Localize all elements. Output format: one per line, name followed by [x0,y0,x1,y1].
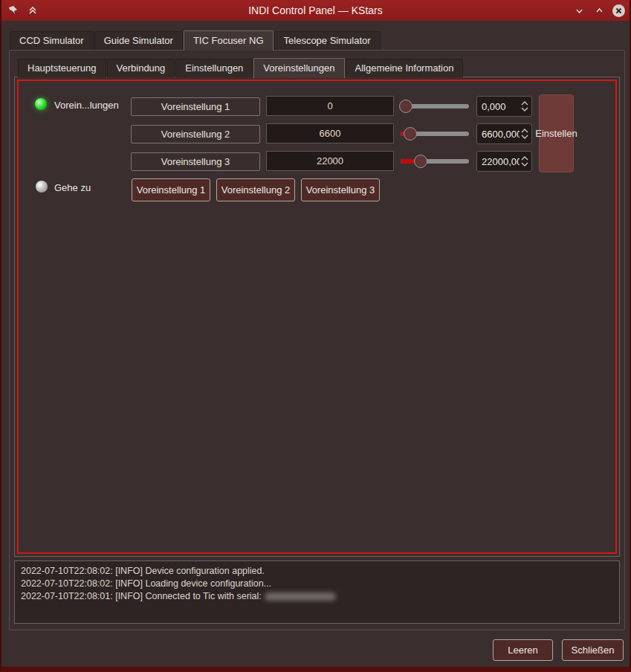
tab-guide-simulator[interactable]: Guide Simulator [94,31,183,50]
spin-down-icon [521,107,528,112]
preset3-spin-arrows[interactable] [520,156,531,167]
spin-up-icon [521,101,528,106]
spin-down-icon [521,162,528,167]
preset3-spin-value[interactable]: 22000,00 [477,156,520,167]
preset3-spinbox[interactable]: 22000,00 [476,151,532,172]
goto-state-led [36,181,48,193]
goto-preset3-button[interactable]: Voreinstellung 3 [301,178,380,201]
preset1-current-value: 0 [266,96,394,116]
preset3-name-field[interactable]: Voreinstellung 3 [131,152,260,171]
goto-preset2-button[interactable]: Voreinstellung 2 [216,178,295,201]
preset3-slider-handle[interactable] [414,155,427,168]
group-tab-bar: Hauptsteuerung Verbindung Einstellungen … [18,58,464,77]
preset1-spin-value[interactable]: 0,000 [477,101,520,112]
message-log[interactable]: 2022-07-10T22:08:02: [INFO] Device confi… [14,560,620,624]
log-line: 2022-07-10T22:08:02: [INFO] Device confi… [21,565,613,578]
goto-group-label: Gehe zu [54,182,91,193]
close-button[interactable]: Schließen [562,639,624,661]
log-line: 2022-07-10T22:08:02: [INFO] Loading devi… [21,578,613,590]
preset2-slider[interactable] [401,127,469,140]
presets-group-label: Vorein...lungen [54,100,119,111]
tab-einstellungen[interactable]: Einstellungen [175,59,253,77]
tab-verbindung[interactable]: Verbindung [107,59,175,77]
indi-control-panel-window: INDI Control Panel — KStars CCD Simulato… [0,0,631,672]
preset2-name-field[interactable]: Voreinstellung 2 [131,125,260,143]
device-tab-bar: CCD Simulator Guide Simulator TIC Focuse… [10,30,381,50]
close-icon[interactable] [612,4,625,17]
goto-preset1-button[interactable]: Voreinstellung 1 [132,178,210,201]
preset2-slider-handle[interactable] [404,127,417,140]
spin-down-icon [521,135,528,139]
tab-telescope-simulator[interactable]: Telescope Simulator [274,31,381,50]
presets-scroll-area: Vorein...lungen Voreinstellung 1 0 0,000… [14,77,620,557]
presets-state-led [35,98,47,110]
spin-up-icon [521,156,528,161]
presets-set-button[interactable]: Einstellen [539,94,574,172]
preset3-current-value: 22000 [266,151,394,171]
preset1-slider[interactable] [401,100,469,113]
preset1-name-field[interactable]: Voreinstellung 1 [131,97,260,116]
tab-tic-focuser-ng[interactable]: TIC Focuser NG [184,30,274,51]
tab-hauptsteuerung[interactable]: Hauptsteuerung [18,59,106,77]
window-title: INDI Control Panel — KStars [0,4,631,16]
preset2-spin-arrows[interactable] [520,129,531,139]
tab-voreinstellungen[interactable]: Voreinstellungen [253,58,344,78]
maximize-icon[interactable] [592,4,606,17]
minimize-icon[interactable] [572,4,586,17]
preset2-current-value: 6600 [266,123,394,143]
preset1-spinbox[interactable]: 0,000 [476,96,532,117]
preset2-spinbox[interactable]: 6600,000 [476,123,532,144]
preset3-slider[interactable] [401,155,469,168]
presets-group-frame: Vorein...lungen Voreinstellung 1 0 0,000… [17,80,617,554]
preset1-spin-arrows[interactable] [520,101,531,112]
spin-up-icon [521,129,528,133]
tab-ccd-simulator[interactable]: CCD Simulator [10,31,94,50]
titlebar: INDI Control Panel — KStars [0,0,631,21]
clear-button[interactable]: Leeren [493,639,553,661]
preset1-slider-handle[interactable] [399,100,412,113]
log-line: 2022-07-10T22:08:01: [INFO] Connected to… [21,590,613,603]
preset2-spin-value[interactable]: 6600,000 [477,129,520,140]
tab-allgemeine-information[interactable]: Allgemeine Information [346,59,464,77]
redacted-serial-blur [265,592,336,601]
